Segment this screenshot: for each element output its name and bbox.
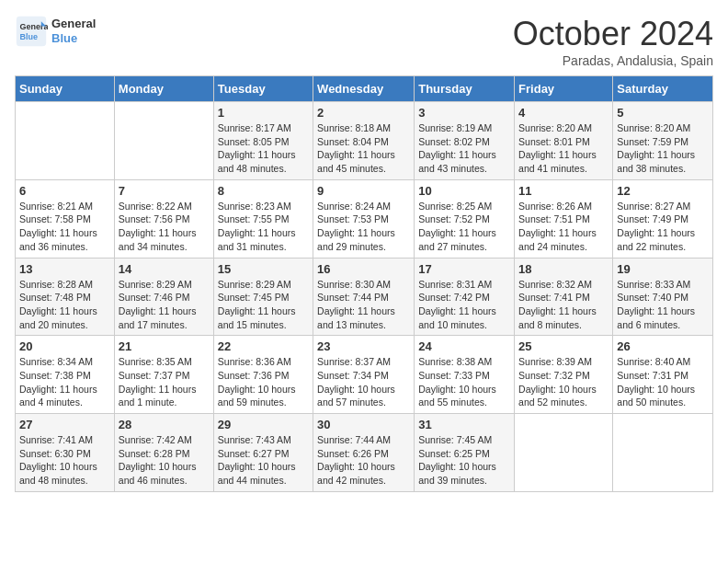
calendar-cell: 6Sunrise: 8:21 AM Sunset: 7:58 PM Daylig…: [16, 179, 115, 258]
day-info: Sunrise: 8:17 AM Sunset: 8:05 PM Dayligh…: [218, 121, 309, 176]
day-info: Sunrise: 8:29 AM Sunset: 7:45 PM Dayligh…: [218, 278, 309, 332]
day-info: Sunrise: 8:19 AM Sunset: 8:02 PM Dayligh…: [418, 121, 510, 176]
day-number: 4: [518, 106, 609, 120]
day-number: 21: [119, 339, 210, 353]
day-number: 18: [518, 262, 609, 276]
calendar-cell: 10Sunrise: 8:25 AM Sunset: 7:52 PM Dayli…: [415, 179, 515, 258]
day-number: 7: [119, 184, 210, 198]
day-number: 16: [317, 262, 410, 276]
day-info: Sunrise: 8:38 AM Sunset: 7:33 PM Dayligh…: [418, 355, 510, 409]
day-info: Sunrise: 8:34 AM Sunset: 7:38 PM Dayligh…: [19, 355, 110, 409]
day-number: 24: [418, 339, 510, 353]
day-number: 31: [418, 418, 510, 431]
day-number: 20: [19, 339, 110, 353]
calendar-cell: 31Sunrise: 7:45 AM Sunset: 6:25 PM Dayli…: [415, 414, 515, 492]
day-number: 8: [218, 184, 309, 198]
day-number: 19: [617, 262, 709, 276]
calendar-cell: 22Sunrise: 8:36 AM Sunset: 7:36 PM Dayli…: [213, 336, 313, 414]
calendar-cell: 9Sunrise: 8:24 AM Sunset: 7:53 PM Daylig…: [313, 179, 415, 258]
weekday-header-thursday: Thursday: [415, 76, 515, 102]
calendar-cell: 16Sunrise: 8:30 AM Sunset: 7:44 PM Dayli…: [313, 258, 415, 336]
weekday-header-saturday: Saturday: [613, 76, 713, 102]
day-number: 29: [218, 418, 309, 431]
day-number: 3: [418, 106, 510, 120]
calendar-cell: 14Sunrise: 8:29 AM Sunset: 7:46 PM Dayli…: [114, 258, 213, 336]
week-row-5: 27Sunrise: 7:41 AM Sunset: 6:30 PM Dayli…: [16, 414, 713, 492]
day-number: 2: [317, 106, 410, 120]
calendar-cell: 3Sunrise: 8:19 AM Sunset: 8:02 PM Daylig…: [415, 102, 515, 180]
day-info: Sunrise: 8:21 AM Sunset: 7:58 PM Dayligh…: [19, 200, 110, 254]
week-row-2: 6Sunrise: 8:21 AM Sunset: 7:58 PM Daylig…: [16, 179, 713, 258]
day-number: 11: [518, 184, 609, 198]
week-row-3: 13Sunrise: 8:28 AM Sunset: 7:48 PM Dayli…: [16, 258, 713, 336]
calendar-cell: [16, 102, 115, 180]
day-info: Sunrise: 8:26 AM Sunset: 7:51 PM Dayligh…: [518, 200, 609, 254]
week-row-4: 20Sunrise: 8:34 AM Sunset: 7:38 PM Dayli…: [16, 336, 713, 414]
day-number: 1: [218, 106, 309, 120]
calendar-cell: 19Sunrise: 8:33 AM Sunset: 7:40 PM Dayli…: [613, 258, 713, 336]
day-info: Sunrise: 8:25 AM Sunset: 7:52 PM Dayligh…: [418, 200, 510, 254]
calendar-cell: 13Sunrise: 8:28 AM Sunset: 7:48 PM Dayli…: [16, 258, 115, 336]
day-info: Sunrise: 8:20 AM Sunset: 7:59 PM Dayligh…: [617, 121, 709, 176]
day-info: Sunrise: 8:29 AM Sunset: 7:46 PM Dayligh…: [119, 278, 210, 332]
day-info: Sunrise: 8:36 AM Sunset: 7:36 PM Dayligh…: [218, 355, 309, 409]
day-info: Sunrise: 8:31 AM Sunset: 7:42 PM Dayligh…: [418, 278, 510, 332]
weekday-header-friday: Friday: [515, 76, 613, 102]
weekday-header-wednesday: Wednesday: [313, 76, 415, 102]
calendar-cell: [515, 414, 613, 492]
day-info: Sunrise: 8:28 AM Sunset: 7:48 PM Dayligh…: [19, 278, 110, 332]
logo: General Blue General Blue: [15, 15, 96, 48]
calendar-cell: 18Sunrise: 8:32 AM Sunset: 7:41 PM Dayli…: [515, 258, 613, 336]
day-number: 9: [317, 184, 410, 198]
calendar-cell: 28Sunrise: 7:42 AM Sunset: 6:28 PM Dayli…: [114, 414, 213, 492]
month-title: October 2024: [513, 15, 713, 53]
svg-text:Blue: Blue: [19, 32, 38, 41]
calendar-cell: 29Sunrise: 7:43 AM Sunset: 6:27 PM Dayli…: [213, 414, 313, 492]
day-number: 28: [119, 418, 210, 431]
title-block: October 2024 Paradas, Andalusia, Spain: [513, 15, 713, 68]
day-info: Sunrise: 7:45 AM Sunset: 6:25 PM Dayligh…: [418, 433, 510, 488]
day-number: 5: [617, 106, 709, 120]
calendar-cell: 7Sunrise: 8:22 AM Sunset: 7:56 PM Daylig…: [114, 179, 213, 258]
calendar-cell: 24Sunrise: 8:38 AM Sunset: 7:33 PM Dayli…: [415, 336, 515, 414]
day-number: 14: [119, 262, 210, 276]
calendar-cell: 20Sunrise: 8:34 AM Sunset: 7:38 PM Dayli…: [16, 336, 115, 414]
calendar-cell: 26Sunrise: 8:40 AM Sunset: 7:31 PM Dayli…: [613, 336, 713, 414]
calendar-cell: 11Sunrise: 8:26 AM Sunset: 7:51 PM Dayli…: [515, 179, 613, 258]
day-number: 13: [19, 262, 110, 276]
calendar-cell: 2Sunrise: 8:18 AM Sunset: 8:04 PM Daylig…: [313, 102, 415, 180]
calendar-cell: 5Sunrise: 8:20 AM Sunset: 7:59 PM Daylig…: [613, 102, 713, 180]
calendar-cell: 23Sunrise: 8:37 AM Sunset: 7:34 PM Dayli…: [313, 336, 415, 414]
page-header: General Blue General Blue October 2024 P…: [15, 15, 713, 68]
day-info: Sunrise: 7:41 AM Sunset: 6:30 PM Dayligh…: [19, 433, 110, 488]
day-number: 25: [518, 339, 609, 353]
day-info: Sunrise: 8:23 AM Sunset: 7:55 PM Dayligh…: [218, 200, 309, 254]
day-info: Sunrise: 8:24 AM Sunset: 7:53 PM Dayligh…: [317, 200, 410, 254]
calendar-cell: 25Sunrise: 8:39 AM Sunset: 7:32 PM Dayli…: [515, 336, 613, 414]
calendar-cell: 15Sunrise: 8:29 AM Sunset: 7:45 PM Dayli…: [213, 258, 313, 336]
day-number: 27: [19, 418, 110, 431]
calendar-cell: 30Sunrise: 7:44 AM Sunset: 6:26 PM Dayli…: [313, 414, 415, 492]
week-row-1: 1Sunrise: 8:17 AM Sunset: 8:05 PM Daylig…: [16, 102, 713, 180]
day-info: Sunrise: 8:37 AM Sunset: 7:34 PM Dayligh…: [317, 355, 410, 409]
day-number: 10: [418, 184, 510, 198]
day-number: 22: [218, 339, 309, 353]
weekday-header-tuesday: Tuesday: [213, 76, 313, 102]
calendar-cell: 12Sunrise: 8:27 AM Sunset: 7:49 PM Dayli…: [613, 179, 713, 258]
calendar-cell: 4Sunrise: 8:20 AM Sunset: 8:01 PM Daylig…: [515, 102, 613, 180]
calendar-cell: 1Sunrise: 8:17 AM Sunset: 8:05 PM Daylig…: [213, 102, 313, 180]
day-number: 26: [617, 339, 709, 353]
calendar-cell: [613, 414, 713, 492]
day-info: Sunrise: 8:35 AM Sunset: 7:37 PM Dayligh…: [119, 355, 210, 409]
day-info: Sunrise: 8:32 AM Sunset: 7:41 PM Dayligh…: [518, 278, 609, 332]
day-info: Sunrise: 8:39 AM Sunset: 7:32 PM Dayligh…: [518, 355, 609, 409]
day-info: Sunrise: 7:43 AM Sunset: 6:27 PM Dayligh…: [218, 433, 309, 488]
day-number: 17: [418, 262, 510, 276]
day-number: 6: [19, 184, 110, 198]
calendar-table: SundayMondayTuesdayWednesdayThursdayFrid…: [15, 75, 713, 492]
calendar-cell: 21Sunrise: 8:35 AM Sunset: 7:37 PM Dayli…: [114, 336, 213, 414]
logo-text-line2: Blue: [51, 31, 96, 46]
calendar-cell: 17Sunrise: 8:31 AM Sunset: 7:42 PM Dayli…: [415, 258, 515, 336]
svg-text:General: General: [19, 22, 48, 31]
day-info: Sunrise: 8:27 AM Sunset: 7:49 PM Dayligh…: [617, 200, 709, 254]
